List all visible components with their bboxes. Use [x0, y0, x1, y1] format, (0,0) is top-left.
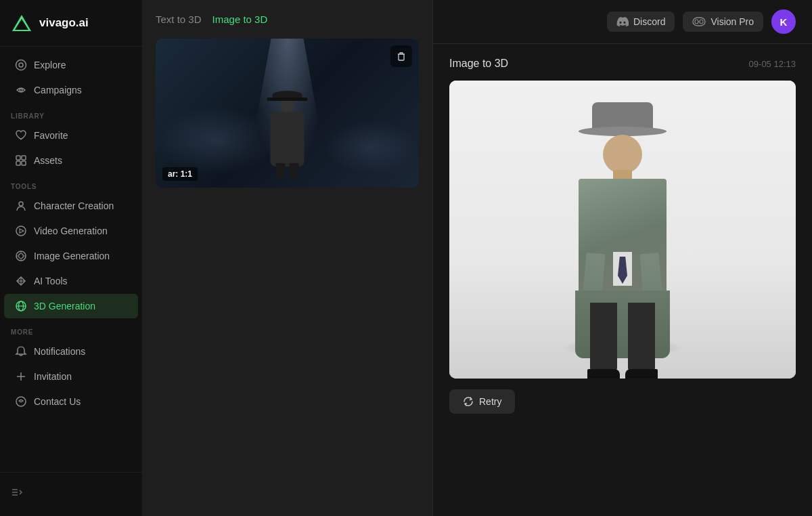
- logo-icon: [11, 12, 32, 34]
- sidebar-item-character-creation[interactable]: Character Creation: [4, 194, 138, 218]
- explore-icon: [15, 59, 27, 71]
- figure-leg-right: [290, 163, 299, 178]
- fl-right-leg: [628, 303, 655, 370]
- sidebar-header: vivago.ai: [0, 0, 142, 47]
- tab-image-to-3d[interactable]: Image to 3D: [212, 14, 268, 26]
- plus-icon: [15, 370, 27, 383]
- image-upload-area[interactable]: ar: 1:1: [156, 39, 419, 188]
- ar-badge: ar: 1:1: [162, 167, 198, 181]
- campaigns-icon: [15, 84, 27, 96]
- svg-point-9: [19, 202, 23, 206]
- svg-point-29: [695, 20, 698, 24]
- collapse-button[interactable]: [0, 479, 142, 505]
- fl-left-shoe: [587, 369, 620, 379]
- character-icon: [15, 200, 27, 212]
- section-tools-label: TOOLS: [0, 173, 142, 193]
- ai-tools-icon: [15, 275, 27, 287]
- panel-tabs: Text to 3D Image to 3D: [156, 14, 419, 26]
- assets-icon: [15, 154, 27, 167]
- svg-rect-7: [16, 161, 20, 165]
- result-image: [449, 81, 796, 379]
- svg-point-4: [20, 89, 22, 91]
- heart-icon: [15, 129, 27, 142]
- figure-light: [568, 108, 677, 351]
- vr-headset-icon: [692, 17, 706, 26]
- result-section: Image to 3D 09-05 12:13: [433, 44, 812, 516]
- sidebar-item-3d-generation[interactable]: 3D Generation: [4, 294, 138, 318]
- svg-rect-8: [22, 161, 26, 165]
- tab-text-to-3d[interactable]: Text to 3D: [156, 14, 202, 26]
- sidebar-item-contact-us[interactable]: Contact Us: [4, 389, 138, 414]
- result-image-container: [449, 81, 796, 379]
- main-content: Text to 3D Image to 3D: [142, 0, 812, 516]
- svg-point-2: [16, 60, 26, 70]
- right-panel: Discord Vision Pro K Image t: [433, 0, 812, 516]
- result-meta: Image to 3D 09-05 12:13: [449, 58, 796, 70]
- result-timestamp: 09-05 12:13: [749, 59, 796, 69]
- video-icon: [15, 225, 27, 237]
- figure-coat: [271, 112, 304, 167]
- result-title: Image to 3D: [449, 58, 508, 70]
- sidebar-item-assets[interactable]: Assets: [4, 148, 138, 173]
- discord-button[interactable]: Discord: [607, 12, 675, 32]
- figure-dark: [269, 89, 306, 177]
- svg-marker-11: [20, 229, 24, 233]
- svg-rect-6: [22, 156, 26, 160]
- svg-point-13: [19, 254, 24, 259]
- sidebar-item-favorite[interactable]: Favorite: [4, 123, 138, 148]
- collapse-icon: [11, 486, 23, 498]
- detective-dark-image: [156, 39, 419, 188]
- smoke-left: [156, 106, 277, 174]
- discord-icon: [616, 17, 629, 26]
- bell-icon: [15, 345, 27, 358]
- retry-icon: [463, 396, 474, 407]
- sidebar-item-video-generation[interactable]: Video Generation: [4, 219, 138, 243]
- 3d-gen-icon: [15, 300, 27, 312]
- fl-right-shoe: [625, 369, 658, 379]
- uploaded-image-preview: [156, 39, 419, 188]
- contact-icon: [15, 395, 27, 408]
- left-panel: Text to 3D Image to 3D: [142, 0, 433, 516]
- image-gen-icon: [15, 250, 27, 262]
- svg-rect-5: [16, 156, 20, 160]
- fl-coat-lower: [575, 291, 670, 358]
- sidebar-nav: Explore Campaigns LIBRARY Favorite: [0, 47, 142, 472]
- header-buttons: Discord Vision Pro K: [607, 9, 796, 34]
- fl-coat-body: [579, 179, 667, 301]
- vision-pro-button[interactable]: Vision Pro: [683, 12, 763, 32]
- figure-leg-left: [276, 163, 286, 178]
- retry-button[interactable]: Retry: [449, 389, 515, 414]
- svg-point-30: [700, 20, 703, 24]
- sidebar-footer: [0, 472, 142, 516]
- figure-legs: [269, 163, 306, 178]
- sidebar-item-notifications[interactable]: Notifications: [4, 339, 138, 364]
- sidebar-item-ai-tools[interactable]: AI Tools: [4, 269, 138, 293]
- sidebar-item-explore[interactable]: Explore: [4, 53, 138, 77]
- user-avatar[interactable]: K: [771, 9, 796, 34]
- fl-left-leg: [590, 303, 617, 370]
- smoke-right: [324, 120, 419, 174]
- trash-icon: [397, 51, 406, 61]
- app-name: vivago.ai: [39, 16, 89, 30]
- sidebar: vivago.ai Explore Campaigns LIBRARY: [0, 0, 142, 516]
- svg-point-3: [19, 63, 23, 67]
- figure-hat: [273, 91, 302, 99]
- fl-head: [603, 135, 642, 174]
- hat-top: [592, 102, 653, 129]
- sidebar-item-image-generation[interactable]: Image Generation: [4, 244, 138, 268]
- sidebar-item-campaigns[interactable]: Campaigns: [4, 78, 138, 102]
- right-header: Discord Vision Pro K: [433, 0, 812, 44]
- section-library-label: LIBRARY: [0, 103, 142, 123]
- section-more-label: MORE: [0, 319, 142, 339]
- delete-button[interactable]: [390, 45, 412, 67]
- sidebar-item-invitation[interactable]: Invitation: [4, 364, 138, 389]
